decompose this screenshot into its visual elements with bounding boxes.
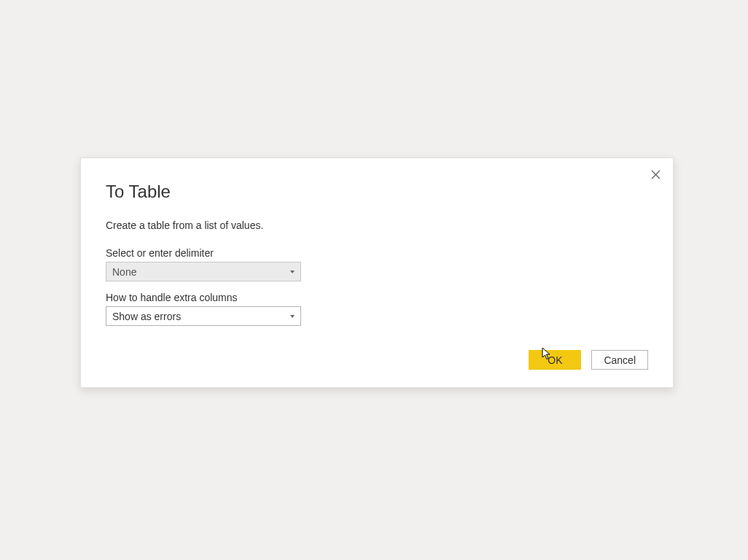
dialog-subtitle: Create a table from a list of values.: [106, 219, 648, 231]
extra-columns-value: Show as errors: [112, 311, 286, 322]
chevron-down-icon: [290, 271, 295, 273]
to-table-dialog: To Table Create a table from a list of v…: [80, 158, 674, 388]
extra-columns-field-group: How to handle extra columns Show as erro…: [106, 292, 648, 326]
close-icon: [651, 170, 661, 179]
cancel-button[interactable]: Cancel: [591, 350, 648, 370]
ok-button[interactable]: OK: [529, 350, 581, 370]
close-button[interactable]: [647, 166, 664, 183]
delimiter-value: None: [112, 266, 286, 278]
delimiter-dropdown[interactable]: None: [106, 262, 301, 281]
chevron-down-icon: [290, 315, 295, 318]
extra-columns-dropdown[interactable]: Show as errors: [106, 306, 301, 326]
dialog-content: To Table Create a table from a list of v…: [81, 158, 673, 354]
delimiter-label: Select or enter delimiter: [106, 247, 648, 259]
dialog-title: To Table: [106, 182, 648, 202]
button-row: OK Cancel: [529, 350, 648, 370]
extra-columns-label: How to handle extra columns: [106, 292, 648, 303]
delimiter-field-group: Select or enter delimiter None: [106, 247, 648, 281]
